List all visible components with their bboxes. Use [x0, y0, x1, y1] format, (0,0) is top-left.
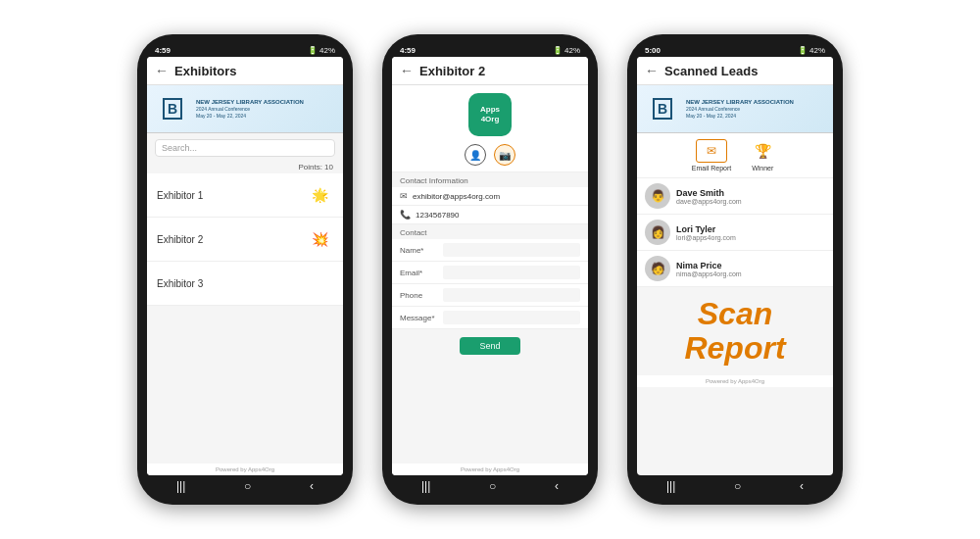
field-input-email[interactable]: [443, 266, 580, 279]
field-label-phone: Phone: [400, 291, 443, 300]
nav-bar-3: ||| ○ ‹: [637, 475, 833, 495]
field-label-email: Email*: [400, 269, 443, 277]
search-bar-1[interactable]: Search...: [155, 139, 335, 157]
battery-icon-3: 🔋: [798, 46, 808, 55]
nav-home-2[interactable]: ○: [489, 479, 496, 493]
action-buttons-row: ✉ Email Report 🏆 Winner: [637, 133, 833, 178]
form-field-email: Email*: [392, 262, 588, 284]
back-arrow-1[interactable]: ←: [155, 63, 169, 78]
field-input-message[interactable]: [443, 311, 580, 324]
phone-icon: 📞: [400, 210, 411, 220]
time-1: 4:59: [155, 46, 171, 55]
exhibitor-thumb-3: [306, 270, 333, 297]
lead-name-3: Nima Price: [676, 261, 742, 270]
phone-3: 5:00 🔋 42% ← Scanned Leads B NEW JERS: [627, 34, 843, 505]
back-arrow-3[interactable]: ←: [645, 63, 659, 78]
exhibitor-thumb-2: 💥: [306, 225, 333, 253]
nav-menu-1[interactable]: |||: [176, 479, 185, 493]
time-3: 5:00: [645, 46, 661, 55]
send-button[interactable]: Send: [460, 337, 519, 355]
lead-info-2: Lori Tyler lori@apps4org.com: [676, 224, 736, 241]
exhibitor-phone: 1234567890: [416, 211, 460, 220]
exhibitor-item-2[interactable]: Exhibitor 2 💥: [147, 218, 343, 262]
scan-icon-contact[interactable]: 👤: [465, 144, 486, 166]
field-input-name[interactable]: [443, 243, 580, 257]
powered-by-3: Powered by Apps4Org: [637, 375, 833, 387]
banner-text-3: NEW JERSEY LIBRARY ASSOCIATION 2024 Annu…: [686, 99, 794, 120]
logo-letter-b-1: B: [168, 101, 177, 117]
lead-item-3[interactable]: 🧑 Nima Price nima@apps4org.com: [637, 251, 833, 287]
nav-back-3[interactable]: ‹: [800, 479, 804, 493]
status-icons-2: 🔋 42%: [553, 46, 580, 55]
field-label-message: Message*: [400, 314, 443, 322]
time-2: 4:59: [400, 46, 416, 55]
app-header-2: ← Exhibitor 2: [392, 57, 588, 85]
org-name-3: NEW JERSEY LIBRARY ASSOCIATION: [686, 99, 794, 107]
lead-item-2[interactable]: 👩 Lori Tyler lori@apps4org.com: [637, 215, 833, 251]
trophy-icon: 🏆: [747, 139, 778, 163]
logo-center: Apps 4Org: [392, 85, 588, 140]
battery-percent-3: 42%: [809, 46, 825, 55]
scan-icon-camera[interactable]: 📷: [494, 144, 515, 166]
org-name-1: NEW JERSEY LIBRARY ASSOCIATION: [196, 99, 304, 107]
scan-report-line2: Report: [637, 331, 833, 366]
winner-button[interactable]: 🏆 Winner: [747, 139, 778, 172]
logo-text2: 4Org: [481, 115, 500, 124]
banner-text-1: NEW JERSEY LIBRARY ASSOCIATION 2024 Annu…: [196, 99, 304, 120]
lead-name-2: Lori Tyler: [676, 224, 736, 234]
contact-form: Name* Email* Phone Message* Send: [392, 239, 588, 464]
nav-menu-3[interactable]: |||: [666, 479, 675, 493]
scan-report-line1: Scan: [637, 297, 833, 331]
screen-title-2: Exhibitor 2: [419, 64, 580, 78]
nav-bar-1: ||| ○ ‹: [147, 475, 343, 495]
status-bar-1: 4:59 🔋 42%: [147, 44, 343, 57]
powered-by-1: Powered by Apps4Org: [147, 464, 343, 475]
banner-logo-3: B: [645, 91, 680, 126]
exhibitor-item-3[interactable]: Exhibitor 3: [147, 262, 343, 306]
contact-email-row: ✉ exhibitor@apps4org.com: [392, 187, 588, 206]
conf-dates-1: May 20 - May 22, 2024: [196, 113, 304, 120]
nav-menu-2[interactable]: |||: [421, 479, 430, 493]
status-bar-2: 4:59 🔋 42%: [392, 44, 588, 57]
exhibitor-list: Exhibitor 1 🌟 Exhibitor 2 💥 Exhibitor 3: [147, 173, 343, 464]
nav-back-2[interactable]: ‹: [555, 479, 559, 493]
exhibitor-name-1: Exhibitor 1: [157, 190, 203, 201]
phone-2-wrapper: 4:59 🔋 42% ← Exhibitor 2 Apps 4Org 👤: [382, 34, 598, 505]
app-header-3: ← Scanned Leads: [637, 57, 833, 85]
apps4org-logo: Apps 4Org: [468, 93, 512, 136]
logo-letter-b-3: B: [658, 101, 667, 117]
battery-percent-2: 42%: [564, 46, 580, 55]
lead-avatar-1: 👨: [645, 183, 670, 209]
powered-by-2: Powered by Apps4Org: [392, 464, 588, 475]
conference-banner-3: B NEW JERSEY LIBRARY ASSOCIATION 2024 An…: [637, 85, 833, 133]
field-label-name: Name*: [400, 246, 443, 255]
app-header-1: ← Exhibitors: [147, 57, 343, 85]
form-field-name: Name*: [392, 239, 588, 262]
screen-title-3: Scanned Leads: [664, 64, 825, 78]
phone-1: 4:59 🔋 42% ← Exhibitors B NEW JERSEY LIB…: [137, 34, 353, 505]
battery-icon-2: 🔋: [553, 46, 563, 55]
conf-dates-3: May 20 - May 22, 2024: [686, 113, 794, 120]
phone-2: 4:59 🔋 42% ← Exhibitor 2 Apps 4Org 👤: [382, 34, 598, 505]
exhibitor-name-2: Exhibitor 2: [157, 234, 203, 245]
scan-report-label: Scan Report: [637, 287, 833, 375]
lead-item-1[interactable]: 👨 Dave Smith dave@apps4org.com: [637, 178, 833, 215]
back-arrow-2[interactable]: ←: [400, 63, 414, 78]
nav-home-1[interactable]: ○: [244, 479, 251, 493]
phone-3-wrapper: 5:00 🔋 42% ← Scanned Leads B NEW JERS: [627, 34, 843, 505]
screen-title-1: Exhibitors: [174, 64, 335, 78]
nav-bar-2: ||| ○ ‹: [392, 475, 588, 495]
points-display: Points: 10: [147, 163, 343, 173]
lead-info-1: Dave Smith dave@apps4org.com: [676, 188, 742, 205]
battery-percent-1: 42%: [319, 46, 335, 55]
lead-avatar-2: 👩: [645, 220, 670, 245]
status-bar-3: 5:00 🔋 42%: [637, 44, 833, 57]
email-report-button[interactable]: ✉ Email Report: [692, 139, 731, 172]
battery-icon-1: 🔋: [308, 46, 318, 55]
nav-back-1[interactable]: ‹: [310, 479, 314, 493]
nav-home-3[interactable]: ○: [734, 479, 741, 493]
exhibitor-item-1[interactable]: Exhibitor 1 🌟: [147, 173, 343, 218]
contact-info-label: Contact Information: [392, 172, 588, 187]
field-input-phone[interactable]: [443, 288, 580, 302]
status-icons-3: 🔋 42%: [798, 46, 825, 55]
